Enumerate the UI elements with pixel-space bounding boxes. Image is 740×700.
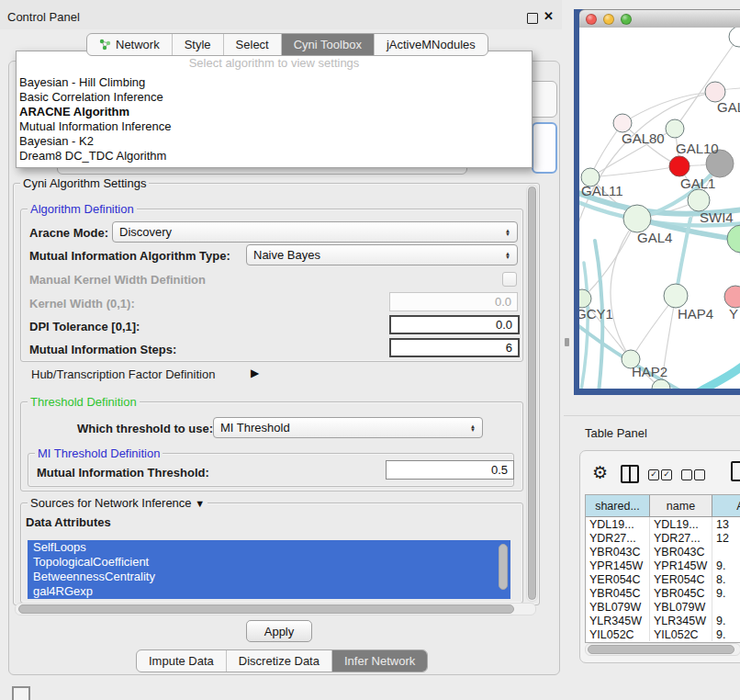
table-cell[interactable]: YBL079W <box>650 600 712 614</box>
network-canvas[interactable]: GALGAL80GAL10GAL11GAL1SWI4GAL4GCY1HAP4YH… <box>579 28 740 389</box>
algorithm-option-basic-correlation-inference[interactable]: Basic Correlation Inference <box>17 90 532 105</box>
close-icon[interactable]: ✕ <box>544 9 554 23</box>
table-cell[interactable]: YBR045C <box>650 586 712 600</box>
sources-group-title[interactable]: Sources for Network Inference ▼ <box>28 496 207 510</box>
table-cell[interactable]: YIL052C <box>586 627 650 641</box>
attribute-item-betweennesscentrality[interactable]: BetweennessCentrality <box>28 570 510 584</box>
network-node[interactable] <box>688 189 710 211</box>
table-row[interactable]: YIL052CYIL052C9. <box>586 627 740 641</box>
network-window-titlebar[interactable] <box>579 9 740 28</box>
expand-right-icon[interactable]: ▶ <box>251 367 259 379</box>
settings-vscrollbar-track[interactable] <box>526 185 538 602</box>
network-node[interactable] <box>729 28 740 47</box>
close-traffic-light[interactable] <box>586 14 597 25</box>
algorithm-option-dream8-dc-tdc-algorithm[interactable]: Dream8 DC_TDC Algorithm <box>17 149 532 164</box>
table-cell[interactable]: YER054C <box>586 572 650 586</box>
table-column-header-name[interactable]: name <box>650 495 712 516</box>
table-cell[interactable]: YBR043C <box>650 545 712 559</box>
settings-hscrollbar-thumb[interactable] <box>18 604 514 614</box>
table-row[interactable]: YLR345WYLR345W9. <box>586 614 740 627</box>
settings-vscrollbar-thumb[interactable] <box>528 186 536 600</box>
algorithm-option-bayesian-k2[interactable]: Bayesian - K2 <box>17 134 532 149</box>
table-row[interactable]: YBR045CYBR045C9. <box>586 586 740 600</box>
table-cell[interactable]: 8. <box>712 572 740 586</box>
network-node[interactable] <box>666 119 684 138</box>
table-cell[interactable]: 9. <box>712 614 740 627</box>
table-cell[interactable]: YBL079W <box>586 600 650 614</box>
kernel-width-field[interactable]: 0.0 <box>389 292 518 311</box>
table-cell[interactable]: YLR345W <box>586 614 650 627</box>
table-cell[interactable]: YLR345W <box>650 614 712 627</box>
checked-checkbox-icon[interactable]: ✓ <box>648 469 659 480</box>
network-node[interactable] <box>623 205 651 232</box>
table-cell[interactable]: YDL19... <box>650 517 712 531</box>
table-row[interactable]: YBR043CYBR043C <box>586 545 740 559</box>
table-cell[interactable]: 12 <box>712 531 740 545</box>
zoom-traffic-light[interactable] <box>621 14 632 25</box>
dpi-tolerance-field[interactable]: 0.0 <box>389 315 520 334</box>
tab-network[interactable]: Network <box>87 34 172 55</box>
table-row[interactable]: YDL19...YDL19...13 <box>586 517 740 531</box>
hub-definition-label[interactable]: Hub/Transcription Factor Definition <box>31 367 215 381</box>
checked-checkbox-icon[interactable]: ✓ <box>661 469 672 480</box>
table-row[interactable]: YER054CYER054C8. <box>586 572 740 586</box>
algorithm-option-mutual-information-inference[interactable]: Mutual Information Inference <box>17 119 532 134</box>
tab-select[interactable]: Select <box>223 34 281 55</box>
bottom-tab-discretize-data[interactable]: Discretize Data <box>226 650 331 672</box>
table-cell[interactable]: YBR043C <box>586 545 650 559</box>
table-cell[interactable]: YER054C <box>650 572 712 586</box>
mi-threshold-field[interactable]: 0.5 <box>386 460 514 480</box>
gear-icon[interactable]: ⚙ <box>592 462 608 483</box>
splitpane-collapse-handle[interactable] <box>565 338 569 346</box>
table-cell[interactable]: YPR145W <box>586 559 650 572</box>
float-window-icon[interactable] <box>527 13 538 24</box>
table-row[interactable]: YPR145WYPR145W9. <box>586 559 740 572</box>
attribute-item-gal4rgexp[interactable]: gal4RGexp <box>28 584 510 599</box>
tab-cyni-toolbox[interactable]: Cyni Toolbox <box>281 34 374 55</box>
algorithm-option-bayesian-hill-climbing[interactable]: Bayesian - Hill Climbing <box>17 75 532 90</box>
table-cell[interactable]: 9. <box>712 586 740 600</box>
table-column-header-shared[interactable]: shared... <box>586 495 650 516</box>
table-cell[interactable]: 9. <box>712 559 740 572</box>
bottom-tab-infer-network[interactable]: Infer Network <box>331 650 427 672</box>
mi-type-combo[interactable]: Naive Bayes ▲▼ <box>246 244 518 265</box>
table-row[interactable]: YDR27...YDR27...12 <box>586 531 740 545</box>
network-node[interactable] <box>613 114 632 132</box>
table-cell[interactable]: YPR145W <box>650 559 712 572</box>
network-node[interactable] <box>727 225 740 253</box>
mi-steps-field[interactable]: 6 <box>389 338 520 357</box>
data-attributes-list[interactable]: SelfLoopsTopologicalCoefficientBetweenne… <box>28 540 510 599</box>
table-cell[interactable] <box>712 600 740 614</box>
table-row[interactable]: YBL079WYBL079W <box>586 600 740 614</box>
unchecked-checkbox-icon[interactable] <box>681 469 692 480</box>
manual-kernel-checkbox[interactable] <box>502 272 517 287</box>
attribute-item-selfloops[interactable]: SelfLoops <box>28 540 510 555</box>
table-cell[interactable]: 9. <box>712 627 740 641</box>
table-cell[interactable]: YBR045C <box>586 586 650 600</box>
network-node[interactable] <box>664 284 688 308</box>
table-cell[interactable]: YDR27... <box>586 531 650 545</box>
table-cell[interactable] <box>712 545 740 559</box>
attribute-item-topologicalcoefficient[interactable]: TopologicalCoefficient <box>28 555 510 570</box>
aracne-mode-combo[interactable]: Discovery ▲▼ <box>112 221 518 243</box>
table-cell[interactable]: YIL052C <box>650 627 712 641</box>
network-node[interactable] <box>669 156 690 176</box>
bottom-tab-impute-data[interactable]: Impute Data <box>137 650 226 672</box>
network-view-window[interactable]: GALGAL80GAL10GAL11GAL1SWI4GAL4GCY1HAP4YH… <box>574 9 740 395</box>
table-hscrollbar-thumb[interactable] <box>588 645 734 654</box>
tab-style[interactable]: Style <box>172 34 223 55</box>
settings-hscrollbar-track[interactable] <box>15 603 536 615</box>
table-cell[interactable]: YDR27... <box>650 531 712 545</box>
network-node[interactable] <box>724 286 740 308</box>
apply-button[interactable]: Apply <box>246 620 312 642</box>
network-node[interactable] <box>652 379 670 389</box>
table-column-header-a[interactable]: A <box>712 495 740 516</box>
attributes-vscrollbar-thumb[interactable] <box>499 544 508 590</box>
which-threshold-combo[interactable]: MI Threshold ▲▼ <box>213 417 483 438</box>
network-node[interactable] <box>579 289 591 308</box>
table-cell[interactable]: 13 <box>712 517 740 531</box>
table-cell[interactable]: YDL19... <box>586 517 650 531</box>
tab-jactivemnodules[interactable]: jActiveMNodules <box>374 34 488 55</box>
document-icon[interactable] <box>731 461 740 481</box>
algorithm-option-aracne-algorithm[interactable]: ARACNE Algorithm <box>17 105 532 119</box>
